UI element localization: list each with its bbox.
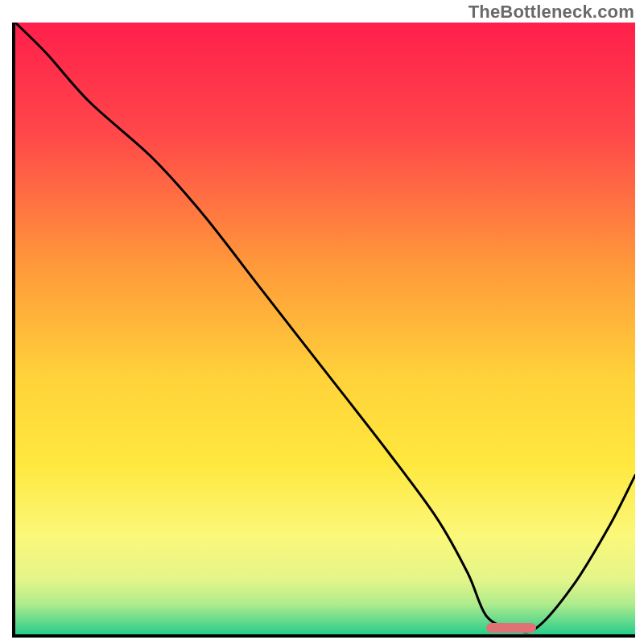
- optimal-region-marker: [486, 623, 536, 633]
- watermark-text: TheBottleneck.com: [469, 2, 634, 23]
- chart-plot-area: [12, 23, 635, 638]
- bottleneck-curve: [15, 23, 635, 634]
